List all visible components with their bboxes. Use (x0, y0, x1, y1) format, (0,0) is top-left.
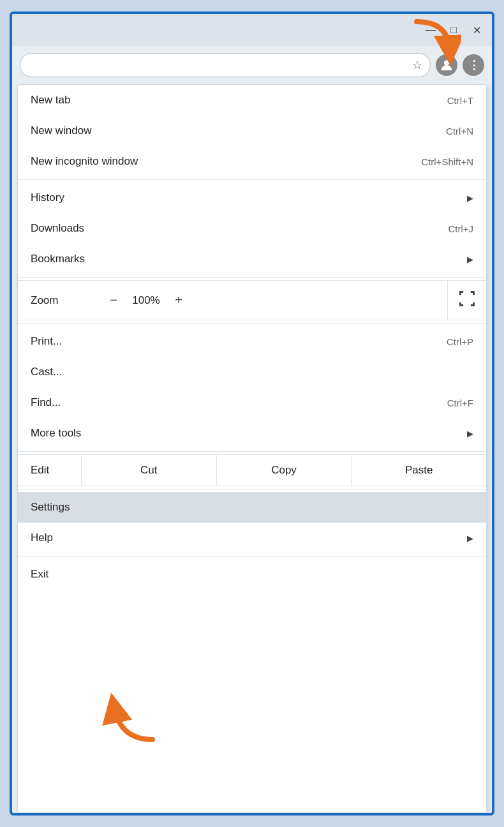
edit-row: Edit Cut Copy Paste (18, 454, 486, 486)
menu-item-more-tools[interactable]: More tools ▶ (18, 418, 486, 449)
copy-button[interactable]: Copy (217, 455, 352, 486)
zoom-controls: − 100% + (94, 284, 447, 317)
separator-3 (18, 323, 486, 324)
minimize-button[interactable]: — (422, 21, 440, 39)
fullscreen-icon (458, 290, 476, 308)
maximize-button[interactable]: □ (445, 21, 463, 39)
menu-item-cast[interactable]: Cast... (18, 357, 486, 387)
chrome-menu-button[interactable]: ⋮ (463, 54, 484, 76)
menu-item-bookmarks[interactable]: Bookmarks ▶ (18, 244, 486, 274)
menu-item-settings[interactable]: Settings (18, 492, 486, 523)
zoom-row: Zoom − 100% + (18, 280, 486, 320)
separator-2 (18, 277, 486, 278)
menu-item-new-window[interactable]: New window Ctrl+N (18, 115, 486, 146)
title-bar: — □ ✕ (12, 14, 492, 46)
zoom-in-button[interactable]: + (170, 293, 188, 308)
zoom-value: 100% (130, 294, 162, 307)
zoom-out-button[interactable]: − (105, 293, 122, 308)
chrome-dropdown-menu: New tab Ctrl+T New window Ctrl+N New inc… (17, 84, 487, 813)
paste-button[interactable]: Paste (352, 455, 486, 486)
menu-item-help[interactable]: Help ▶ (18, 523, 486, 553)
dropdown-menu-container: New tab Ctrl+T New window Ctrl+N New inc… (12, 84, 492, 813)
address-input[interactable]: ☆ (20, 53, 431, 77)
menu-item-downloads[interactable]: Downloads Ctrl+J (18, 213, 486, 244)
menu-item-new-tab[interactable]: New tab Ctrl+T (18, 85, 486, 115)
browser-window: — □ ✕ ☆ ⋮ (10, 11, 494, 816)
cut-button[interactable]: Cut (82, 455, 217, 486)
menu-item-history[interactable]: History ▶ (18, 183, 486, 213)
separator-5 (18, 489, 486, 489)
menu-item-print[interactable]: Print... Ctrl+P (18, 326, 486, 357)
profile-button[interactable] (436, 54, 457, 76)
fullscreen-button[interactable] (447, 281, 486, 320)
separator-1 (18, 179, 486, 180)
zoom-label: Zoom (18, 285, 94, 316)
svg-point-1 (444, 61, 449, 66)
address-bar: ☆ ⋮ (12, 46, 492, 84)
close-button[interactable]: ✕ (468, 21, 485, 39)
menu-item-find[interactable]: Find... Ctrl+F (18, 387, 486, 418)
bookmark-star-icon[interactable]: ☆ (412, 58, 422, 72)
separator-4 (18, 451, 486, 452)
profile-avatar-icon (440, 59, 453, 71)
menu-item-new-incognito[interactable]: New incognito window Ctrl+Shift+N (18, 146, 486, 177)
edit-label: Edit (18, 455, 82, 486)
menu-item-exit[interactable]: Exit (18, 559, 486, 590)
separator-6 (18, 556, 486, 556)
arrow-settings-icon (101, 689, 165, 746)
